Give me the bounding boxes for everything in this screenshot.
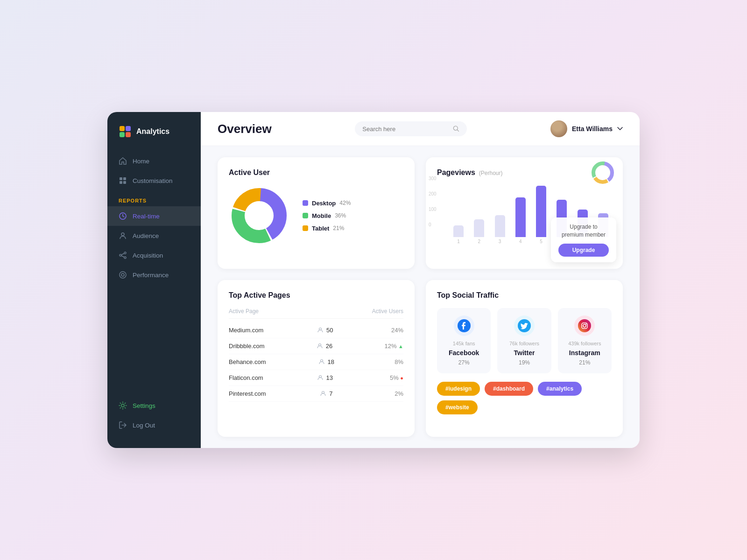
user-icon (317, 343, 323, 349)
sidebar-item-realtime[interactable]: Real-time (107, 206, 201, 226)
bar-label-3: 3 (499, 239, 501, 244)
bar-fill-4 (515, 197, 526, 237)
svg-rect-1 (126, 126, 131, 131)
user-name: Etta Williams (572, 125, 613, 133)
performance-icon (119, 271, 127, 279)
sidebar-item-settings[interactable]: Settings (107, 396, 201, 415)
page-pct: 5% ● (387, 374, 403, 381)
svg-point-10 (124, 252, 126, 254)
sidebar-item-logout[interactable]: Log Out (107, 415, 201, 435)
trend-down-icon: ● (400, 375, 403, 381)
y-label-100: 100 (429, 207, 437, 212)
tag-1[interactable]: #dashboard (485, 382, 533, 396)
bar-3: 3 (492, 215, 508, 244)
bar-1: 1 (450, 225, 467, 244)
tag-0[interactable]: #iudesign (437, 382, 480, 396)
legend-pct-desktop: 42% (339, 200, 351, 206)
svg-rect-0 (120, 126, 125, 131)
social-pct-twitter: 19% (519, 359, 530, 366)
sidebar-item-acquisition[interactable]: Acquisition (107, 245, 201, 265)
bar-label-4: 4 (519, 239, 522, 244)
legend-dot-desktop (303, 200, 308, 206)
chevron-down-icon (617, 127, 623, 131)
top-pages-title: Top Active Pages (229, 291, 403, 300)
user-icon (317, 374, 324, 381)
search-input[interactable] (362, 126, 449, 133)
page-title: Overview (218, 122, 272, 136)
svg-point-15 (121, 404, 124, 407)
pageviews-card: Pageviews (Perhour) 300 200 100 0 1 2 3 (426, 157, 623, 269)
table-row: Pinterest.com 7 2% (229, 386, 403, 402)
home-icon (119, 157, 127, 165)
top-social-card: Top Social Traffic 145k fans Facebook 27… (426, 280, 623, 437)
col-users: Active Users (372, 308, 403, 315)
table-row: Dribbble.com 26 12% ▲ (229, 338, 403, 354)
svg-point-31 (578, 319, 591, 332)
svg-rect-7 (123, 181, 126, 184)
col-page: Active Page (229, 308, 259, 315)
tag-2[interactable]: #analytics (538, 382, 582, 396)
bar-5: 5 (533, 186, 550, 244)
grid-icon (119, 176, 127, 185)
y-label-300: 300 (429, 176, 437, 181)
svg-point-11 (120, 254, 121, 256)
sidebar-item-label-acquisition: Acquisition (133, 252, 163, 259)
sidebar-logo-text: Analytics (136, 127, 169, 136)
social-followers-twitter: 76k followers (509, 341, 539, 346)
legend-dot-tablet (303, 225, 308, 231)
clock-icon (119, 212, 127, 220)
upgrade-button[interactable]: Upgrade (558, 244, 609, 257)
avatar-image (550, 120, 567, 137)
page-name: Pinterest.com (229, 390, 266, 397)
user-count: 26 (317, 343, 332, 350)
user-area: Etta Williams (550, 120, 623, 137)
bar-fill-1 (453, 225, 464, 237)
legend-label-mobile: Mobile (312, 212, 331, 219)
tag-3[interactable]: #website (437, 400, 478, 414)
page-name: Behance.com (229, 358, 266, 365)
sidebar-navigation: Home Customisation REPORTS Real-time (107, 151, 201, 396)
svg-point-14 (121, 273, 124, 276)
table-row: Flaticon.com 13 5% ● (229, 370, 403, 386)
page-pct: 8% (387, 358, 403, 365)
pageviews-title: Pageviews (437, 168, 475, 177)
social-icon-twitter (514, 315, 535, 336)
sidebar-bottom: Settings Log Out (107, 396, 201, 435)
user-icon (318, 358, 325, 365)
svg-rect-3 (126, 132, 131, 137)
social-item-twitter: 76k followers Twitter 19% (497, 308, 551, 373)
sidebar-item-label-settings: Settings (133, 402, 155, 409)
donut-section: Desktop 42% Mobile 36% Tablet 21% (229, 185, 403, 246)
y-axis: 300 200 100 0 (429, 176, 437, 227)
twitter-icon (518, 319, 531, 332)
sidebar-item-performance[interactable]: Performance (107, 265, 201, 285)
page-name: Medium.com (229, 327, 263, 334)
sidebar-item-home[interactable]: Home (107, 151, 201, 171)
pageviews-header: Pageviews (Perhour) (437, 168, 612, 177)
bar-fill-2 (474, 219, 484, 237)
svg-rect-2 (120, 132, 125, 137)
table-header: Active Page Active Users (229, 308, 403, 319)
instagram-icon (578, 319, 591, 332)
svg-point-9 (121, 233, 124, 236)
donut-chart (229, 185, 289, 246)
y-label-0: 0 (429, 222, 437, 227)
user-icon (320, 390, 326, 397)
search-bar[interactable] (355, 121, 467, 136)
svg-point-12 (124, 257, 126, 259)
social-icon-facebook (454, 315, 474, 336)
legend-label-desktop: Desktop (312, 200, 336, 207)
main-content: Overview Etta Williams (201, 112, 640, 448)
logout-icon (119, 421, 127, 429)
top-active-pages-card: Top Active Pages Active Page Active User… (218, 280, 415, 437)
sidebar-item-audience[interactable]: Audience (107, 226, 201, 245)
sidebar-item-label-realtime: Real-time (133, 213, 160, 220)
active-user-title: Active User (229, 168, 403, 177)
legend-mobile: Mobile 36% (303, 212, 351, 219)
social-item-instagram: 439k followers Instagram 21% (558, 308, 612, 373)
sidebar-item-label-logout: Log Out (133, 422, 155, 429)
sidebar-item-label-audience: Audience (133, 232, 159, 239)
bar-label-5: 5 (540, 239, 543, 244)
sidebar-item-customisation[interactable]: Customisation (107, 171, 201, 190)
legend: Desktop 42% Mobile 36% Tablet 21% (303, 200, 351, 232)
